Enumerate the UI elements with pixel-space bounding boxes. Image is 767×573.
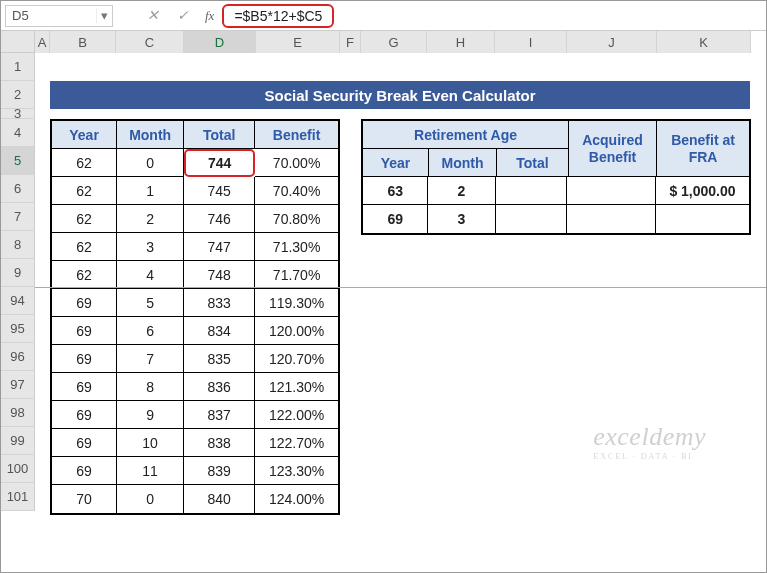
row-header-8[interactable]: 8	[1, 231, 35, 259]
cell-benefit[interactable]: 122.70%	[255, 429, 338, 457]
column-header-G[interactable]: G	[361, 31, 427, 53]
cell-total[interactable]: 835	[184, 345, 255, 373]
cell-benefit[interactable]: 122.00%	[255, 401, 338, 429]
formula-bar-input[interactable]: =$B5*12+$C5	[222, 4, 334, 28]
cell-month[interactable]: 6	[117, 317, 184, 345]
column-header-K[interactable]: K	[657, 31, 751, 53]
cell-benefit[interactable]: 119.30%	[255, 289, 338, 317]
cell-fra[interactable]: $ 1,000.00	[656, 177, 749, 205]
cell-month[interactable]: 9	[117, 401, 184, 429]
cell-year[interactable]: 69	[363, 205, 428, 233]
column-header-I[interactable]: I	[495, 31, 567, 53]
col-header-ret-total[interactable]: Total	[497, 149, 569, 177]
col-header-total[interactable]: Total	[184, 121, 255, 149]
cell-year[interactable]: 70	[52, 485, 117, 513]
cell-total[interactable]	[496, 205, 567, 233]
cell-month[interactable]: 10	[117, 429, 184, 457]
name-box[interactable]: D5 ▾	[5, 5, 113, 27]
row-header-1[interactable]: 1	[1, 53, 35, 81]
cell-year[interactable]: 69	[52, 289, 117, 317]
cell-month[interactable]: 3	[428, 205, 495, 233]
row-header-2[interactable]: 2	[1, 81, 35, 109]
row-header-99[interactable]: 99	[1, 427, 35, 455]
row-header-97[interactable]: 97	[1, 371, 35, 399]
cell-year[interactable]: 63	[363, 177, 428, 205]
row-header-5[interactable]: 5	[1, 147, 35, 175]
column-header-C[interactable]: C	[116, 31, 184, 53]
row-header-7[interactable]: 7	[1, 203, 35, 231]
cell-year[interactable]: 69	[52, 317, 117, 345]
cell-total[interactable]: 837	[184, 401, 255, 429]
cell-benefit[interactable]: 120.70%	[255, 345, 338, 373]
cell-fra[interactable]	[656, 205, 749, 233]
worksheet-grid[interactable]: ABCDEFGHIJK 123456789949596979899100101 …	[1, 31, 766, 511]
cell-month[interactable]: 3	[117, 233, 184, 261]
cell-year[interactable]: 69	[52, 345, 117, 373]
col-header-ret-month[interactable]: Month	[429, 149, 497, 177]
cell-total[interactable]: 839	[184, 457, 255, 485]
cell-benefit[interactable]: 124.00%	[255, 485, 338, 513]
cell-year[interactable]: 69	[52, 373, 117, 401]
cell-benefit[interactable]: 71.70%	[255, 261, 338, 289]
row-header-6[interactable]: 6	[1, 175, 35, 203]
cell-month[interactable]: 0	[117, 485, 184, 513]
cell-year[interactable]: 62	[52, 261, 117, 289]
cell-total[interactable]: 747	[184, 233, 255, 261]
col-header-benefit[interactable]: Benefit	[255, 121, 338, 149]
enter-icon[interactable]: ✓	[177, 7, 189, 24]
row-header-94[interactable]: 94	[1, 287, 35, 315]
cell-total[interactable]: 744	[184, 149, 255, 177]
cell-benefit[interactable]: 70.00%	[255, 149, 338, 177]
cell-total[interactable]: 834	[184, 317, 255, 345]
cell-month[interactable]: 11	[117, 457, 184, 485]
row-header-95[interactable]: 95	[1, 315, 35, 343]
cell-benefit[interactable]: 121.30%	[255, 373, 338, 401]
col-header-fra[interactable]: Benefit at FRA	[657, 121, 749, 177]
cell-total[interactable]: 838	[184, 429, 255, 457]
row-header-100[interactable]: 100	[1, 455, 35, 483]
cell-month[interactable]: 0	[117, 149, 184, 177]
cell-month[interactable]: 7	[117, 345, 184, 373]
cell-acq[interactable]	[567, 177, 656, 205]
cell-month[interactable]: 2	[428, 177, 495, 205]
row-header-98[interactable]: 98	[1, 399, 35, 427]
column-header-D[interactable]: D	[184, 31, 256, 53]
column-header-E[interactable]: E	[256, 31, 340, 53]
cell-total[interactable]: 745	[184, 177, 255, 205]
cell-total[interactable]: 748	[184, 261, 255, 289]
cell-total[interactable]: 840	[184, 485, 255, 513]
cell-year[interactable]: 62	[52, 233, 117, 261]
col-header-acquired[interactable]: Acquired Benefit	[569, 121, 657, 177]
column-header-F[interactable]: F	[340, 31, 361, 53]
col-header-year[interactable]: Year	[52, 121, 117, 149]
cell-month[interactable]: 8	[117, 373, 184, 401]
chevron-down-icon[interactable]: ▾	[96, 8, 112, 23]
cell-month[interactable]: 4	[117, 261, 184, 289]
row-header-101[interactable]: 101	[1, 483, 35, 511]
col-header-month[interactable]: Month	[117, 121, 184, 149]
cell-benefit[interactable]: 123.30%	[255, 457, 338, 485]
cell-month[interactable]: 5	[117, 289, 184, 317]
col-header-retirement-age[interactable]: Retirement Age	[363, 121, 569, 149]
col-header-ret-year[interactable]: Year	[363, 149, 429, 177]
cell-benefit[interactable]: 70.80%	[255, 205, 338, 233]
row-header-96[interactable]: 96	[1, 343, 35, 371]
cell-total[interactable]: 746	[184, 205, 255, 233]
cell-year[interactable]: 62	[52, 149, 117, 177]
cell-year[interactable]: 62	[52, 205, 117, 233]
cell-year[interactable]: 69	[52, 457, 117, 485]
row-header-9[interactable]: 9	[1, 259, 35, 287]
row-header-4[interactable]: 4	[1, 119, 35, 147]
cell-month[interactable]: 2	[117, 205, 184, 233]
cell-year[interactable]: 69	[52, 429, 117, 457]
cell-year[interactable]: 62	[52, 177, 117, 205]
cell-acq[interactable]	[567, 205, 656, 233]
column-header-H[interactable]: H	[427, 31, 495, 53]
column-header-A[interactable]: A	[35, 31, 50, 53]
fx-icon[interactable]: fx	[205, 8, 222, 24]
row-header-3[interactable]: 3	[1, 109, 35, 119]
column-header-B[interactable]: B	[50, 31, 116, 53]
cell-total[interactable]: 833	[184, 289, 255, 317]
cell-benefit[interactable]: 71.30%	[255, 233, 338, 261]
cell-total[interactable]	[496, 177, 567, 205]
